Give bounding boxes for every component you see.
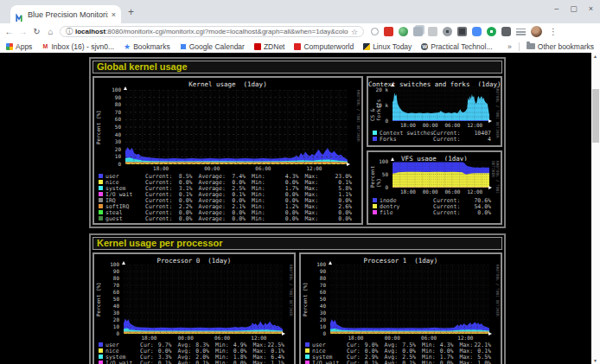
bookmark-label: Bookmarks: [133, 42, 170, 51]
bookmark-apps[interactable]: Apps: [6, 42, 32, 51]
new-tab-button[interactable]: +: [128, 6, 134, 18]
x-axis-ticks: 18:0000:0006:0012:00: [124, 334, 283, 341]
x-axis-ticks: 18:0000:0006:0012:00: [330, 334, 489, 341]
legend-swatch: [373, 198, 377, 202]
window-close-button[interactable]: ×: [589, 4, 593, 13]
tab-title: Blue Precision Monitorix: [28, 10, 108, 19]
computerworld-icon: [294, 43, 301, 50]
bookmark-label: Google Calendar: [189, 42, 245, 51]
bookmarks-bar: AppsMInbox (16) - sjvn0...★BookmarksGoog…: [0, 40, 600, 53]
plot-area: [330, 265, 489, 334]
legend-swatch: [99, 216, 103, 220]
green-extension-icon[interactable]: [487, 27, 496, 36]
legend-swatch: [99, 180, 103, 184]
bookmark-wordpress[interactable]: WPractical Technol...: [421, 42, 492, 51]
y-axis-arrow-icon: [391, 83, 394, 86]
legend-swatch: [373, 204, 377, 208]
pages-extension-icon[interactable]: [413, 27, 423, 36]
bookmark-zdnet[interactable]: ZDNet: [254, 42, 285, 51]
bookmarks-overflow-chevron[interactable]: »: [507, 42, 512, 51]
chart-legend: userCur:9.0%Avg:7.5%Min:4.3%Max:22.1%nic…: [305, 342, 497, 364]
rrdtool-watermark: RRDTOOL / TOBI OETIKER: [289, 265, 293, 354]
legend-stat: Max:1.0%: [460, 360, 498, 364]
legend-swatch: [99, 348, 103, 353]
calendar-icon: [180, 43, 187, 50]
plot-area: [124, 265, 283, 334]
legend-swatch: [305, 361, 310, 364]
legend-stat: Avg:0.1%: [385, 360, 423, 364]
reload-icon[interactable]: ↻: [32, 27, 41, 36]
chart-legend: Context switchesCurrent:10407ForksCurren…: [373, 130, 497, 142]
scrollbar-up-arrow[interactable]: ▲: [593, 54, 597, 59]
legend-swatch: [99, 210, 103, 214]
y-axis-ticks: 1009080706050403020100: [94, 90, 123, 164]
legend-stat: Cur:0.1%: [140, 360, 178, 364]
bookmark-computerworld[interactable]: Computerworld: [294, 42, 354, 51]
legend-swatch: [99, 174, 103, 178]
rrdtool-watermark: RRDTOOL / TOBI OETIKER: [495, 265, 500, 354]
scrollbar-down-arrow[interactable]: ▼: [593, 358, 597, 363]
scrollbar-thumb[interactable]: [592, 89, 599, 143]
vfs-usage-graph[interactable]: VFS usage (1day)Percent (%)10050018:0000…: [367, 150, 502, 225]
section-global-kernel-usage: Global kernel usage Kernel usage (1day)P…: [89, 57, 506, 228]
blue-extension-icon[interactable]: [472, 27, 482, 36]
extensions-puzzle-icon[interactable]: [501, 27, 511, 36]
search-extension-icon[interactable]: [371, 28, 379, 35]
legend-swatch: [305, 348, 310, 353]
y-axis-arrow-icon: [124, 86, 127, 90]
browser-menu-icon[interactable]: ⋮: [549, 27, 558, 36]
home-icon[interactable]: ⌂: [46, 27, 55, 36]
processor1-graph[interactable]: Processor 1 (1day)Percent (%)10090807060…: [299, 252, 502, 364]
reading-list-icon[interactable]: [516, 29, 526, 35]
legend-stat: Max:0.0%: [305, 215, 359, 222]
back-icon[interactable]: ←: [4, 27, 14, 36]
screenshot-extension-icon[interactable]: [457, 27, 467, 36]
page-content: Global kernel usage Kernel usage (1day)P…: [89, 57, 506, 364]
url-text: localhost:8080/monitorix-cgi/monitorix.c…: [75, 28, 348, 35]
legend-name: file: [380, 209, 433, 216]
legend-swatch: [99, 204, 103, 208]
page-scrollbar[interactable]: ▲ ▼: [591, 53, 600, 364]
context-switches-graph[interactable]: Context switches and forks (1day)CS & fo…: [367, 76, 502, 147]
url-path: :8080/monitorix-cgi/monitorix.cgi?mode=l…: [105, 28, 348, 35]
tab-close-icon[interactable]: ×: [112, 10, 116, 19]
window-maximize-button[interactable]: ▢: [570, 4, 578, 13]
mail-extension-icon[interactable]: [384, 27, 393, 36]
legend-name: I/O wait: [312, 360, 347, 364]
browser-tab[interactable]: Blue Precision Monitorix ×: [10, 5, 121, 23]
browser-titlebar: Blue Precision Monitorix × + – ▢ ×: [0, 0, 600, 23]
plot-area: [393, 161, 489, 188]
legend-swatch: [99, 361, 103, 364]
bookmark-star-icon[interactable]: ☆: [351, 28, 358, 36]
folder-icon: [527, 43, 535, 49]
card-extension-icon[interactable]: [428, 27, 437, 36]
chart-legend: userCur:9.7%Avg:8.3%Min:4.9%Max:22.5%nic…: [99, 342, 290, 364]
forward-icon[interactable]: →: [18, 27, 28, 36]
x-axis-ticks: 18:0000:0006:0012:00: [393, 188, 489, 195]
address-bar[interactable]: ⓘ localhost:8080/monitorix-cgi/monitorix…: [60, 26, 364, 37]
bookmark-calendar[interactable]: Google Calendar: [180, 42, 245, 51]
profile-avatar[interactable]: [531, 26, 542, 37]
processor0-graph[interactable]: Processor 0 (1day)Percent (%)10090807060…: [93, 252, 296, 364]
bookmark-gmail[interactable]: MInbox (16) - sjvn0...: [41, 42, 114, 51]
window-minimize-button[interactable]: –: [554, 4, 559, 13]
legend-name: guest: [105, 215, 145, 222]
bookmark-linuxtoday[interactable]: Linux Today: [363, 42, 412, 51]
legend-swatch: [305, 342, 310, 347]
legend-stat: Cur:0.1%: [347, 360, 385, 364]
x-axis-ticks: 18:0000:0006:0012:00: [125, 164, 348, 171]
rrdtool-watermark: RRDTOOL / TOBI OETIKER: [495, 86, 500, 142]
legend-swatch: [373, 210, 377, 214]
extensions-row: ⋮: [371, 26, 558, 37]
eye-extension-icon[interactable]: [443, 27, 452, 36]
browser-toolbar: ← → ↻ ⌂ ⓘ localhost:8080/monitorix-cgi/m…: [0, 23, 600, 40]
chart-title: Kernel usage (1day): [94, 80, 361, 88]
other-bookmarks-button[interactable]: Other bookmarks: [527, 42, 594, 51]
globe-extension-icon[interactable]: [399, 27, 408, 36]
legend-swatch: [99, 186, 103, 190]
legend-swatch: [99, 354, 103, 359]
page-info-icon[interactable]: ⓘ: [66, 27, 73, 36]
kernel-usage-graph[interactable]: Kernel usage (1day)Percent (%)1009080706…: [93, 76, 363, 225]
bookmark-star[interactable]: ★Bookmarks: [124, 42, 170, 51]
legend-swatch: [99, 198, 103, 202]
